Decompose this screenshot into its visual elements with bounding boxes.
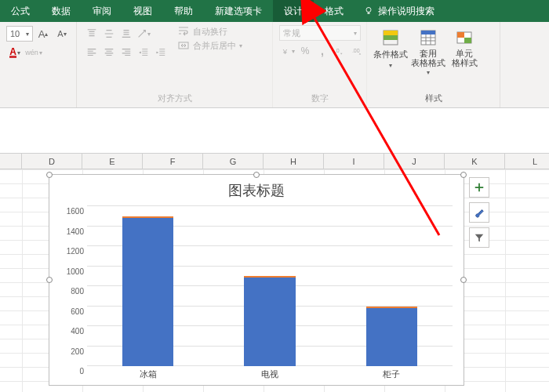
y-tick-label: 0 [56,367,84,376]
conditional-format-icon [381,28,400,47]
svg-text:¥: ¥ [282,47,288,56]
chart-title[interactable]: 图表标题 [49,175,464,203]
resize-handle[interactable] [253,172,260,178]
decrease-decimal-icon[interactable]: .00 [348,42,365,60]
y-gridline [87,205,453,206]
group-alignment: ▾ 自动换行 合并后居中 ▾ [77,22,273,107]
formula-bar-area [0,108,549,154]
ribbon-tab-数据[interactable]: 数据 [41,0,82,22]
wrap-text-label[interactable]: 自动换行 [193,26,227,38]
ribbon-body: 10 ▾ A▴ A▾ A ▾ wén ▾ [0,22,549,108]
x-tick-label: 柜子 [383,368,400,380]
align-center-icon[interactable] [100,44,118,61]
x-tick-label: 冰箱 [140,368,157,380]
chart-styles-button[interactable] [469,202,489,223]
orientation-icon[interactable]: ▾ [135,25,152,42]
chart-bar[interactable] [366,307,417,367]
merge-center-label[interactable]: 合并后居中 [193,40,236,52]
y-tick-label: 200 [56,347,84,355]
select-all-corner[interactable] [0,154,22,169]
chart-object[interactable]: 图表标题 02004006008001000120014001600 冰箱电视柜… [49,174,464,386]
decrease-indent-icon[interactable] [135,44,152,61]
align-bottom-icon[interactable] [118,25,135,42]
format-as-table-button[interactable]: 套用 表格格式 ▾ [411,25,445,76]
y-tick-label: 800 [56,287,84,296]
brush-icon [474,207,485,218]
align-top-icon[interactable] [83,25,100,42]
svg-rect-9 [421,31,435,34]
y-tick-label: 1400 [56,227,84,235]
resize-handle[interactable] [46,172,53,178]
align-left-icon[interactable] [83,44,100,61]
column-header-K[interactable]: K [445,154,505,169]
percent-format-icon[interactable]: % [296,42,314,60]
ribbon-tab-审阅[interactable]: 审阅 [82,0,122,22]
chart-bar[interactable] [244,276,295,366]
svg-rect-1 [179,42,188,49]
align-right-icon[interactable] [118,44,135,61]
number-format-combo[interactable]: 常规 ▾ [279,25,361,41]
x-tick-label: 电视 [261,368,278,380]
group-number: 常规 ▾ ¥▾ % , .0 .00 数字 [273,22,367,107]
accounting-format-icon[interactable]: ¥▾ [279,42,296,60]
svg-rect-6 [384,31,398,35]
format-as-table-icon [419,28,438,47]
y-tick-label: 1200 [56,247,84,256]
resize-handle[interactable] [460,172,467,178]
worksheet-grid[interactable]: 图表标题 02004006008001000120014001600 冰箱电视柜… [0,169,549,392]
column-header-I[interactable]: I [324,154,384,169]
cell-styles-button[interactable]: 单元 格样式 [449,25,480,67]
conditional-format-button[interactable]: 条件格式 ▾ [373,25,408,69]
increase-decimal-icon[interactable]: .0 [331,42,348,60]
chart-plot-area[interactable]: 02004006008001000120014001600 冰箱电视柜子 [87,206,453,366]
align-middle-icon[interactable] [100,25,118,42]
chart-filter-button[interactable] [469,227,489,248]
svg-rect-11 [457,32,464,38]
cell-styles-icon [455,28,474,47]
y-tick-label: 1600 [56,207,84,216]
column-header-D[interactable]: D [22,154,82,169]
svg-point-0 [366,8,371,13]
chevron-down-icon: ▾ [354,30,357,37]
group-label-font [6,95,70,106]
svg-text:.0: .0 [335,48,340,53]
chart-side-buttons [469,177,489,248]
ribbon-tab-视图[interactable]: 视图 [122,0,163,22]
funnel-icon [474,232,485,243]
chart-elements-button[interactable] [469,177,489,198]
column-header-G[interactable]: G [203,154,264,169]
plus-icon [474,182,485,193]
chevron-down-icon: ▾ [389,62,392,69]
ribbon-tab-公式[interactable]: 公式 [0,0,41,22]
svg-rect-12 [464,38,471,43]
font-size-combo[interactable]: 10 ▾ [6,26,33,42]
ribbon-tab-设计[interactable]: 设计 [273,0,314,22]
y-tick-label: 1000 [56,267,84,275]
lightbulb-icon [364,6,373,16]
chart-bar[interactable] [122,216,173,366]
resize-handle[interactable] [46,277,53,283]
merge-center-icon [177,39,190,52]
resize-handle[interactable] [460,277,467,283]
ribbon-tab-新建选项卡[interactable]: 新建选项卡 [204,0,273,22]
ribbon-tab-格式[interactable]: 格式 [314,0,354,22]
ribbon-tab-帮助[interactable]: 帮助 [163,0,204,22]
tell-me-search[interactable]: 操作说明搜索 [354,0,444,22]
column-header-J[interactable]: J [384,154,445,169]
column-header-E[interactable]: E [82,154,143,169]
group-label-alignment: 对齐方式 [83,93,266,106]
font-color-button[interactable]: A ▾ [6,44,24,61]
column-header-H[interactable]: H [264,154,324,169]
column-header-F[interactable]: F [143,154,203,169]
svg-text:.00: .00 [352,48,360,53]
column-headers: DEFGHIJKL [0,154,549,169]
chevron-down-icon: ▾ [26,31,29,38]
column-header-L[interactable]: L [505,154,549,169]
increase-font-icon[interactable]: A▴ [35,25,52,42]
decrease-font-icon[interactable]: A▾ [53,25,71,42]
increase-indent-icon[interactable] [152,44,169,61]
comma-format-icon[interactable]: , [314,42,331,60]
y-axis: 02004006008001000120014001600 [56,206,84,366]
ribbon-tabs: 公式数据审阅视图帮助新建选项卡设计格式操作说明搜索 [0,0,549,22]
y-tick-label: 600 [56,307,84,315]
